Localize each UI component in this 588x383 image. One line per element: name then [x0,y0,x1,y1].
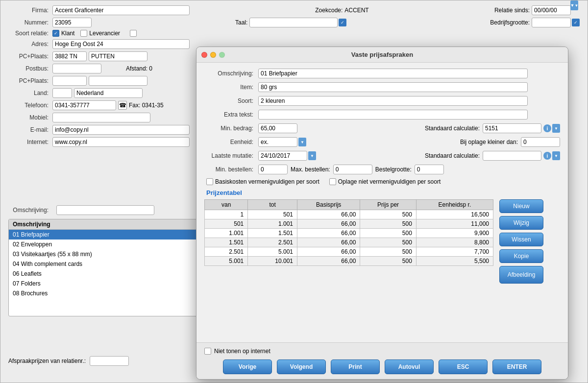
info-button-2[interactable]: i [543,152,551,160]
oplage-label: Oplage niet vermenigvuldigen per soort [338,178,441,185]
niet-tonen-checkbox[interactable] [204,348,211,355]
modal-omschrijving-input[interactable] [258,69,528,78]
wissen-button[interactable]: Wissen [499,233,543,246]
table-row[interactable]: 501 1.001 66,00 500 11,000 [205,219,493,229]
close-button[interactable] [201,52,207,58]
afbeelding-button[interactable]: Afbeelding [499,266,543,284]
list-item-06leaflets[interactable]: 06 Leaflets [9,269,199,279]
modal-maxbestellen-input[interactable] [333,165,372,174]
oplage-checkbox[interactable] [329,178,336,185]
list-item-02enveloppen[interactable]: 02 Enveloppen [9,239,199,249]
table-row[interactable]: 5.001 10.001 66,00 500 5,500 [205,257,493,266]
modal-standaard2-label: Standaard calculatie: [425,152,480,159]
cell-eenheidpr: 5,500 [416,257,493,266]
telefoon-input[interactable] [52,100,116,110]
cell-tot: 5.001 [248,247,297,257]
modal-minbestellen-input[interactable] [258,165,288,174]
list-item-08brochures[interactable]: 08 Brochures [9,288,199,298]
mobiel-input[interactable] [52,113,150,122]
relatie-dropdown[interactable]: ▼ [570,0,578,10]
basiskosten-checkbox[interactable] [206,178,213,185]
pc2-input[interactable] [52,76,87,86]
nummer-label: Nummer: [8,19,52,26]
land-code-input[interactable] [52,88,72,98]
list-item-empty2 [9,307,199,316]
pc-input[interactable] [52,51,87,61]
autovul-button[interactable]: Autovul [385,359,434,374]
table-and-buttons: van tot Basisprijs Prijs per Eenheidsp r… [204,199,560,284]
omschrijving-main-input[interactable] [56,205,154,215]
table-row[interactable]: 1 501 66,00 500 16,500 [205,210,493,219]
print-button[interactable]: Print [331,359,380,374]
plaats-input[interactable] [89,51,147,61]
taal-input[interactable] [249,18,338,27]
taal-checkbox[interactable]: ✓ [339,19,346,26]
oplage-checkbox-label[interactable]: Oplage niet vermenigvuldigen per soort [329,178,441,185]
volgend-button[interactable]: Volgend [277,359,326,374]
modal-dialog: Vaste prijsafspraken Omschrijving: Item:… [196,47,568,380]
maximize-button[interactable] [219,52,225,58]
modal-standaard-input[interactable] [483,123,541,133]
postbus-input[interactable] [52,64,101,73]
modal-extra-input[interactable] [258,110,528,120]
basiskosten-checkbox-label[interactable]: Basiskosten vermenigvuldigen per soort [206,178,319,185]
modal-item-input[interactable] [258,82,528,92]
table-row[interactable]: 2.501 5.001 66,00 500 7,700 [205,247,493,257]
leverancier-checkbox-label[interactable]: Leverancier [80,30,120,37]
eenheid-dropdown[interactable]: ▼ [298,138,306,146]
kopie-button[interactable]: Kopie [499,249,543,263]
wijzig-button[interactable]: Wijzig [499,216,543,230]
modal-standaard2-input[interactable] [483,151,541,161]
modal-bijoplage-label: Bij oplage kleiner dan: [460,139,518,145]
modal-mutatie-input[interactable] [258,151,307,161]
plaats2-input[interactable] [89,76,147,86]
internet-input[interactable] [52,137,190,147]
adres-input[interactable] [52,39,190,49]
modal-minbedrag-input[interactable] [258,123,297,133]
info-button-1[interactable]: i [543,124,551,132]
mutatie-dropdown[interactable]: ▼ [308,151,316,160]
vorige-button[interactable]: Vorige [223,359,272,374]
enter-button[interactable]: ENTER [492,359,541,374]
land-input[interactable] [74,88,143,98]
modal-title: Vaste prijsafspraken [351,51,413,58]
list-item-04withcomplement[interactable]: 04 With complement cards [9,259,199,269]
relatie-label: Relatie sinds: [494,7,530,14]
bedrijfsgrootte-input[interactable] [532,18,571,27]
modal-eenheid-input[interactable] [258,137,297,147]
list-item-empty1 [9,298,199,307]
afspraak-input[interactable] [90,356,129,366]
minimize-button[interactable] [210,52,216,58]
relatie-input[interactable] [532,5,571,15]
modal-item-row: Item: [204,82,560,92]
nummer-input[interactable] [52,18,92,27]
modal-mutatie-row: Laatste mutatie: ▼ Standaard calculatie:… [204,151,560,161]
modal-bijoplage-input[interactable] [521,137,560,147]
modal-bestelgrootte-input[interactable] [415,165,444,174]
telefoon-icon: ☎ [118,101,127,110]
bedrijfsgrootte-checkbox[interactable]: ✓ [572,19,580,26]
modal-soort-input[interactable] [258,96,528,106]
cell-tot: 1.001 [248,219,297,229]
standaard-dropdown-2[interactable]: ▼ [552,151,560,160]
klant-checkbox-label[interactable]: ✓ Klant [52,30,74,37]
table-row[interactable]: 1.501 2.501 66,00 500 8,800 [205,238,493,247]
list-panel: Omschrijving 01 Briefpapier 02 Enveloppe… [8,219,199,316]
email-input[interactable] [52,125,190,135]
esc-button[interactable]: ESC [439,359,488,374]
firma-input[interactable] [52,5,190,15]
col-basisprijs: Basisprijs [297,200,360,210]
klant-checkbox[interactable]: ✓ [52,30,59,37]
postbus-label: Postbus: [8,65,52,72]
nieuw-button[interactable]: Nieuw [499,199,543,213]
extra-checkbox[interactable] [130,30,137,37]
standaard-dropdown-1[interactable]: ▼ [552,124,560,133]
omschrijving-row: Omschrijving: [8,205,154,215]
list-item-07folders[interactable]: 07 Folders [9,279,199,288]
list-item-01briefpapier[interactable]: 01 Briefpapier [9,230,199,239]
modal-checkboxes-row: Basiskosten vermenigvuldigen per soort O… [204,178,560,185]
leverancier-checkbox[interactable] [80,30,87,37]
modal-eenheid-label: Eenheid: [204,139,258,145]
list-item-03visitekaartjes[interactable]: 03 Visitekaartjes (55 x 88 mm) [9,249,199,259]
table-row[interactable]: 1.001 1.501 66,00 500 9,900 [205,229,493,238]
